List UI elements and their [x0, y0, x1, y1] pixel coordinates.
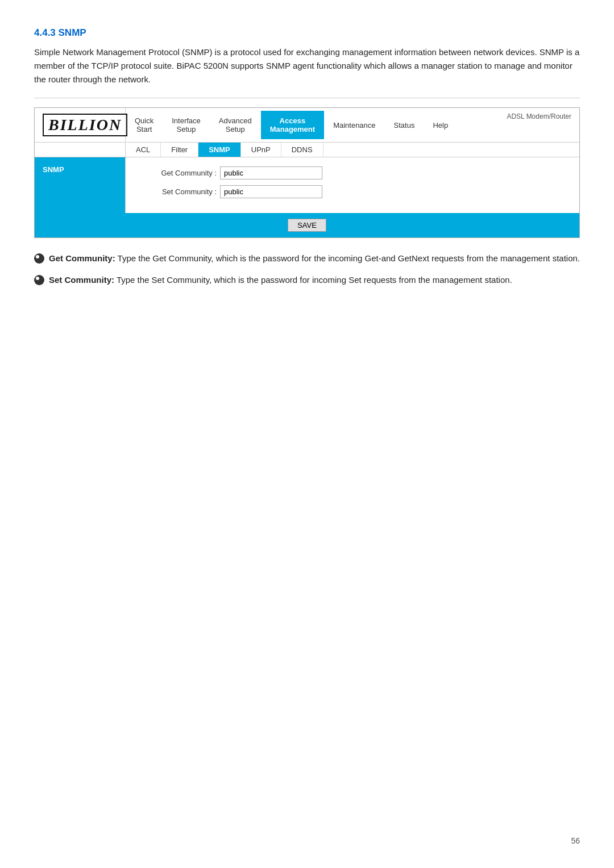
nav-quick-start[interactable]: QuickStart: [126, 111, 163, 139]
save-button[interactable]: SAVE: [288, 219, 326, 232]
sub-nav: ACL Filter SNMP UPnP DDNS: [35, 143, 579, 157]
set-community-label: Set Community :: [137, 187, 217, 196]
sub-tabs: ACL Filter SNMP UPnP DDNS: [126, 143, 579, 157]
set-community-row: Set Community :: [137, 185, 568, 198]
logo-cell: BILLION: [35, 108, 126, 142]
nav-maintenance[interactable]: Maintenance: [324, 115, 384, 135]
router-panel: BILLION QuickStart InterfaceSetup Advanc…: [34, 107, 580, 238]
desc-set-community: Set Community: Type the Set Community, w…: [34, 273, 580, 287]
bullet-icon-set: [34, 275, 44, 285]
sidebar-item-snmp[interactable]: SNMP: [35, 162, 125, 177]
get-community-row: Get Community :: [137, 166, 568, 180]
nav-help[interactable]: Help: [424, 115, 457, 135]
main-form: Get Community : Set Community :: [126, 157, 579, 213]
content-area: SNMP Get Community : Set Community :: [35, 157, 579, 213]
sub-nav-spacer: [35, 143, 126, 157]
sub-tab-filter[interactable]: Filter: [161, 143, 198, 157]
bullet-icon-get: [34, 253, 44, 264]
router-header: BILLION QuickStart InterfaceSetup Advanc…: [35, 108, 579, 143]
save-bar: SAVE: [35, 213, 579, 237]
nav-items: QuickStart InterfaceSetup AdvancedSetup …: [126, 108, 499, 142]
sub-tab-snmp[interactable]: SNMP: [198, 143, 241, 157]
adsl-label: ADSL Modem/Router: [499, 108, 579, 125]
sub-tab-ddns[interactable]: DDNS: [281, 143, 323, 157]
descriptions: Get Community: Type the Get Community, w…: [34, 252, 580, 287]
section-title: 4.4.3 SNMP: [34, 27, 580, 39]
logo: BILLION: [43, 114, 127, 136]
get-community-input[interactable]: [220, 166, 322, 180]
desc-set-community-bold: Set Community:: [49, 275, 114, 285]
sidebar: SNMP: [35, 157, 126, 213]
desc-get-community: Get Community: Type the Get Community, w…: [34, 252, 580, 265]
sub-tab-acl[interactable]: ACL: [126, 143, 161, 157]
desc-get-community-text: Get Community: Type the Get Community, w…: [49, 252, 580, 265]
divider: [34, 98, 580, 98]
nav-access-management[interactable]: AccessManagement: [261, 111, 324, 139]
intro-text: Simple Network Management Protocol (SNMP…: [34, 45, 580, 86]
nav-status[interactable]: Status: [385, 115, 424, 135]
nav-interface-setup[interactable]: InterfaceSetup: [163, 111, 210, 139]
sub-tab-upnp[interactable]: UPnP: [241, 143, 281, 157]
set-community-input[interactable]: [220, 185, 322, 198]
desc-set-community-text: Set Community: Type the Set Community, w…: [49, 273, 512, 287]
nav-advanced-setup[interactable]: AdvancedSetup: [210, 111, 261, 139]
get-community-label: Get Community :: [137, 169, 217, 177]
desc-get-community-bold: Get Community:: [49, 253, 115, 263]
